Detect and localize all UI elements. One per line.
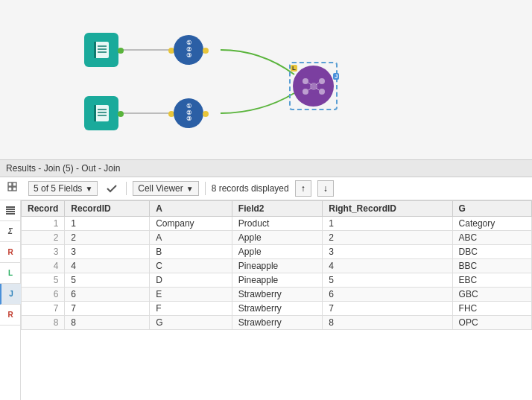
table-row: 88GStrawberry8OPC [22, 316, 532, 330]
cell-6-3: Strawberry [232, 302, 322, 316]
left-icon-r2[interactable]: R [0, 305, 21, 326]
cell-4-2: D [150, 273, 232, 288]
check-icon[interactable] [104, 180, 120, 197]
left-icon-l[interactable]: L [0, 263, 21, 284]
svg-rect-23 [13, 182, 16, 186]
col-field2: Field2 [232, 201, 322, 217]
table-row: 33BApple3DBC [22, 245, 532, 259]
cell-4-1: 5 [65, 273, 150, 288]
arrow-down-icon: ↓ [323, 183, 328, 194]
row-number: 1 [22, 217, 65, 231]
row-number: 4 [22, 259, 65, 273]
cell-0-1: 1 [65, 217, 150, 231]
cell-6-5: FHC [452, 302, 531, 316]
circle-node-2[interactable]: ① ② ③ [174, 98, 203, 128]
records-count-label: 8 records displayed [212, 183, 289, 194]
col-g: G [452, 201, 531, 217]
data-table-container[interactable]: Record RecordID A Field2 Right_RecordID … [21, 200, 532, 400]
join-l-label: L [291, 65, 297, 72]
svg-rect-3 [94, 42, 96, 58]
book-node-1[interactable] [84, 33, 118, 67]
book1-output-dot [118, 48, 124, 54]
cell-1-5: ABC [452, 231, 531, 245]
svg-point-13 [310, 83, 317, 90]
grid-icon[interactable] [6, 180, 22, 197]
row-number: 7 [22, 302, 65, 316]
circle2-numbers: ① ② ③ [186, 104, 191, 123]
cell-viewer-label: Cell Viewer [138, 183, 183, 194]
col-a: A [150, 201, 232, 217]
left-icon-table[interactable] [0, 200, 21, 221]
circle1-output-dot [203, 48, 209, 54]
cell-2-4: 3 [323, 245, 452, 259]
cell-4-5: EBC [452, 273, 531, 288]
cell-viewer-button[interactable]: Cell Viewer ▼ [133, 181, 198, 196]
table-row: 66EStrawberry6GBC [22, 288, 532, 302]
svg-point-16 [303, 89, 308, 95]
cell-5-4: 6 [323, 288, 452, 302]
cell-5-1: 6 [65, 288, 150, 302]
cell-0-4: 1 [323, 217, 452, 231]
left-icon-r1[interactable]: R [0, 242, 21, 263]
arrow-up-icon: ↑ [301, 183, 305, 194]
svg-point-17 [319, 89, 325, 95]
svg-rect-25 [13, 187, 16, 191]
scroll-up-button[interactable]: ↑ [295, 180, 311, 197]
cell-1-3: Apple [232, 231, 322, 245]
book-node-2[interactable] [84, 96, 118, 130]
cell-2-1: 3 [65, 245, 150, 259]
cell-2-3: Apple [232, 245, 322, 259]
svg-rect-24 [8, 187, 12, 191]
svg-rect-29 [6, 213, 15, 215]
table-body: 11CompanyProduct1Category22AApple2ABC33B… [22, 217, 532, 330]
svg-rect-27 [6, 209, 15, 210]
cell-3-1: 4 [65, 259, 150, 273]
cell-2-2: B [150, 245, 232, 259]
data-table-wrapper: Σ R L J R Record RecordID A Field2 Right… [0, 200, 532, 400]
results-panel: Results - Join (5) - Out - Join 5 of 5 F… [0, 160, 532, 400]
cell-7-2: G [150, 316, 232, 330]
cell-1-1: 2 [65, 231, 150, 245]
cell-4-4: 5 [323, 273, 452, 288]
cell-0-3: Product [232, 217, 322, 231]
row-number: 3 [22, 245, 65, 259]
cell-7-3: Strawberry [232, 316, 322, 330]
scroll-down-button[interactable]: ↓ [317, 180, 334, 197]
cell-1-4: 2 [323, 231, 452, 245]
col-right-recordid: Right_RecordID [323, 201, 452, 217]
results-table: Record RecordID A Field2 Right_RecordID … [21, 200, 532, 330]
svg-rect-22 [8, 182, 12, 186]
book-icon-1 [90, 39, 113, 61]
book-icon-2 [90, 102, 113, 124]
workflow-canvas: ① ② ③ ① ② ③ L J [0, 0, 532, 160]
row-number: 5 [22, 273, 65, 288]
cell-5-5: GBC [452, 288, 531, 302]
join-icon [298, 71, 329, 102]
cell-4-3: Pineapple [232, 273, 322, 288]
col-record: Record [22, 201, 65, 217]
svg-rect-26 [6, 206, 15, 208]
fields-dropdown-icon: ▼ [85, 185, 92, 193]
svg-rect-28 [6, 211, 15, 212]
row-number: 6 [22, 288, 65, 302]
results-title-bar: Results - Join (5) - Out - Join [0, 160, 532, 177]
left-icon-panel: Σ R L J R [0, 200, 21, 400]
cell-0-2: Company [150, 217, 232, 231]
book2-output-dot [118, 111, 124, 117]
join-j-label: J [333, 73, 339, 80]
col-recordid: RecordID [65, 201, 150, 217]
results-title-text: Results - Join (5) - Out - Join [6, 163, 120, 174]
left-icon-j[interactable]: J [0, 284, 21, 305]
circle1-numbers: ① ② ③ [186, 40, 191, 60]
table-row: 11CompanyProduct1Category [22, 217, 532, 231]
cell-viewer-dropdown-icon: ▼ [186, 185, 194, 193]
cell-3-5: BBC [452, 259, 531, 273]
join-node[interactable] [293, 66, 334, 107]
fields-button[interactable]: 5 of 5 Fields ▼ [28, 181, 98, 196]
left-icon-sigma[interactable]: Σ [0, 221, 21, 242]
cell-0-5: Category [452, 217, 531, 231]
cell-3-3: Pineapple [232, 259, 322, 273]
circle-node-1[interactable]: ① ② ③ [174, 35, 203, 65]
table-row: 44CPineapple4BBC [22, 259, 532, 273]
fields-label: 5 of 5 Fields [34, 183, 82, 194]
